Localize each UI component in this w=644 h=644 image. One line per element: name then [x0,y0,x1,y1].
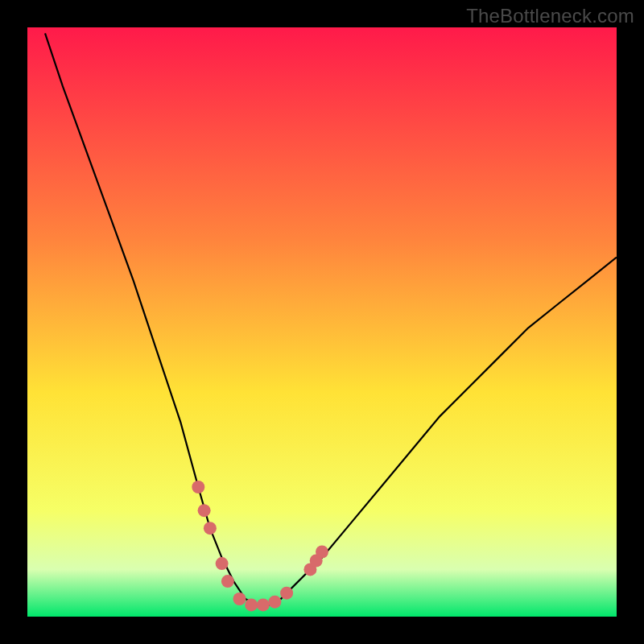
data-marker [221,575,234,588]
data-marker [192,481,204,493]
chart-frame: TheBottleneck.com [0,0,644,644]
data-marker [216,557,229,570]
watermark-label: TheBottleneck.com [466,5,634,27]
data-marker [316,546,328,559]
gradient-background [27,27,617,617]
data-marker [233,592,246,605]
data-marker [257,598,270,611]
data-marker [280,587,293,600]
data-marker [198,504,211,517]
bottleneck-chart [27,27,617,617]
data-marker [268,596,281,609]
data-marker [245,598,258,611]
data-marker [204,522,217,535]
